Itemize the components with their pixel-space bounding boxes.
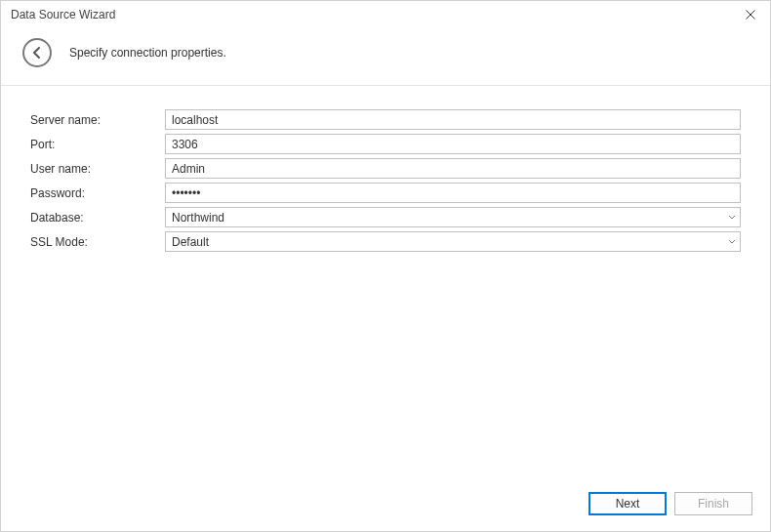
wizard-footer: Next Finish <box>1 482 770 531</box>
finish-button[interactable]: Finish <box>674 492 752 515</box>
arrow-left-icon <box>30 46 44 60</box>
row-user-name: User name: <box>30 158 741 179</box>
user-name-input[interactable] <box>165 158 741 179</box>
label-user-name: User name: <box>30 162 165 176</box>
wizard-header: Specify connection properties. <box>1 28 770 86</box>
label-port: Port: <box>30 138 165 151</box>
back-button[interactable] <box>22 38 52 67</box>
database-combo[interactable] <box>165 207 741 227</box>
title-bar: Data Source Wizard <box>1 1 770 28</box>
row-port: Port: <box>30 134 741 154</box>
wizard-subtitle: Specify connection properties. <box>69 46 226 60</box>
server-name-input[interactable] <box>165 109 741 130</box>
label-server-name: Server name: <box>30 113 165 127</box>
label-ssl-mode: SSL Mode: <box>30 235 165 249</box>
password-input[interactable] <box>165 183 741 203</box>
row-server-name: Server name: <box>30 109 741 130</box>
close-button[interactable] <box>731 1 770 28</box>
close-icon <box>746 10 755 20</box>
window-title: Data Source Wizard <box>11 8 115 21</box>
form-area: Server name: Port: User name: Password: <box>1 86 770 482</box>
data-source-wizard-dialog: Data Source Wizard Specify connection pr… <box>0 0 771 532</box>
row-password: Password: <box>30 183 741 203</box>
row-ssl-mode: SSL Mode: <box>30 231 741 252</box>
label-database: Database: <box>30 211 165 225</box>
label-password: Password: <box>30 186 165 200</box>
row-database: Database: <box>30 207 741 227</box>
port-input[interactable] <box>165 134 741 154</box>
ssl-mode-combo[interactable] <box>165 231 741 252</box>
next-button[interactable]: Next <box>588 492 667 515</box>
